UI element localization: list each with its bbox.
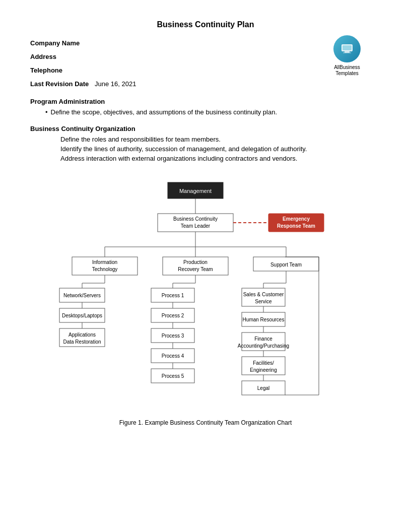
program-admin-section: Program Administration •Define the scope… xyxy=(30,98,381,116)
page-title: Business Continuity Plan xyxy=(30,20,381,29)
revision-date-value: June 16, 2021 xyxy=(95,80,136,88)
svg-text:Finance: Finance xyxy=(254,336,272,342)
svg-text:Process 5: Process 5 xyxy=(162,373,184,379)
svg-text:Legal: Legal xyxy=(257,385,269,391)
svg-text:Network/Servers: Network/Servers xyxy=(63,293,101,298)
address-field: Address xyxy=(30,53,381,60)
svg-text:Emergency: Emergency xyxy=(283,216,310,222)
bco-body-1: Define the roles and responsibilities fo… xyxy=(60,136,381,143)
logo-area: AllBusinessTemplates xyxy=(333,35,361,77)
svg-rect-3 xyxy=(342,45,352,50)
program-admin-title: Program Administration xyxy=(30,98,381,105)
svg-text:Process 2: Process 2 xyxy=(162,313,184,318)
program-admin-bullet: •Define the scope, objectives, and assum… xyxy=(45,108,381,116)
svg-text:Production: Production xyxy=(183,259,208,265)
svg-text:Process 3: Process 3 xyxy=(162,333,184,339)
logo-icon xyxy=(333,35,361,62)
svg-text:Applications: Applications xyxy=(68,332,96,338)
svg-text:Process 4: Process 4 xyxy=(162,353,184,359)
address-label: Address xyxy=(30,53,56,60)
svg-text:Response Team: Response Team xyxy=(277,223,315,229)
svg-text:Process 1: Process 1 xyxy=(162,293,184,298)
figure-caption: Figure 1. Example Business Continuity Te… xyxy=(30,419,381,426)
svg-text:Engineering: Engineering xyxy=(250,367,277,373)
bco-body-3: Address interaction with external organi… xyxy=(60,155,381,162)
bco-title: Business Continuity Organization xyxy=(30,125,381,132)
telephone-label: Telephone xyxy=(30,66,62,74)
svg-text:Information: Information xyxy=(92,259,117,265)
revision-date-field: Last Revision Date June 16, 2021 xyxy=(30,80,381,88)
svg-text:Team Leader: Team Leader xyxy=(181,223,211,229)
svg-text:Recovery Team: Recovery Team xyxy=(178,267,213,272)
org-chart: Management Business Continuity Team Lead… xyxy=(30,177,381,409)
bco-body-2: Identify the lines of authority, success… xyxy=(60,145,381,153)
bco-section: Business Continuity Organization Define … xyxy=(30,125,381,162)
svg-text:Human Resources: Human Resources xyxy=(243,317,285,322)
logo-text: AllBusinessTemplates xyxy=(333,64,361,77)
svg-text:Sales & Customer: Sales & Customer xyxy=(243,292,284,297)
svg-text:Data Restoration: Data Restoration xyxy=(63,339,101,345)
management-box: Management xyxy=(179,188,212,194)
company-name-field: Company Name xyxy=(30,39,381,47)
svg-text:Business Continuity: Business Continuity xyxy=(173,216,218,222)
svg-text:Technology: Technology xyxy=(92,267,118,272)
svg-text:Desktops/Laptops: Desktops/Laptops xyxy=(62,313,102,318)
svg-rect-2 xyxy=(343,52,351,53)
svg-text:Service: Service xyxy=(255,299,272,304)
svg-text:Accounting/Purchasing: Accounting/Purchasing xyxy=(238,343,289,349)
revision-date-label: Last Revision Date xyxy=(30,80,89,88)
svg-text:Facilities/: Facilities/ xyxy=(253,360,274,366)
telephone-field: Telephone xyxy=(30,66,381,74)
svg-text:Support Team: Support Team xyxy=(270,262,302,268)
company-name-label: Company Name xyxy=(30,39,80,47)
